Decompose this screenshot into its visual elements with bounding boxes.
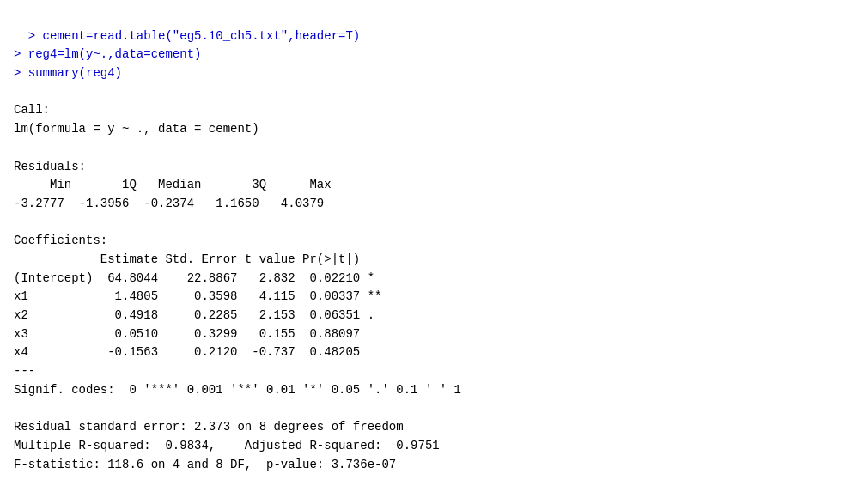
signif-dashes: --- [14, 364, 35, 378]
signif-codes: Signif. codes: 0 '***' 0.001 '**' 0.01 '… [14, 383, 461, 397]
coeff-x2: x2 0.4918 0.2285 2.153 0.06351 . [14, 308, 374, 322]
coeff-header: Estimate Std. Error t value Pr(>|t|) [14, 252, 381, 266]
residuals-label: Residuals: [14, 160, 86, 173]
call-label: Call: [14, 103, 50, 117]
coeff-x3: x3 0.0510 0.3299 0.155 0.88097 [14, 327, 381, 341]
coeff-x1: x1 1.4805 0.3598 4.115 0.00337 ** [14, 289, 381, 303]
f-statistic: F-statistic: 118.6 on 4 and 8 DF, p-valu… [14, 458, 396, 471]
residual-std-error: Residual standard error: 2.373 on 8 degr… [14, 420, 404, 434]
coefficients-label: Coefficients: [14, 234, 107, 247]
command-2: > reg4=lm(y~.,data=cement) [14, 47, 201, 61]
call-formula: lm(formula = y ~ ., data = cement) [14, 122, 259, 136]
coeff-x4: x4 -0.1563 0.2120 -0.737 0.48205 [14, 345, 381, 359]
r-squared: Multiple R-squared: 0.9834, Adjusted R-s… [14, 439, 440, 452]
command-3: > summary(reg4) [14, 66, 122, 80]
residuals-values: -3.2777 -1.3956 -0.2374 1.1650 4.0379 [14, 197, 324, 210]
coeff-intercept: (Intercept) 64.8044 22.8867 2.832 0.0221… [14, 271, 374, 285]
residuals-header: Min 1Q Median 3Q Max [14, 178, 332, 191]
command-1: > cement=read.table("eg5.10_ch5.txt",hea… [28, 29, 360, 43]
console-output: > cement=read.table("eg5.10_ch5.txt",hea… [14, 9, 838, 474]
